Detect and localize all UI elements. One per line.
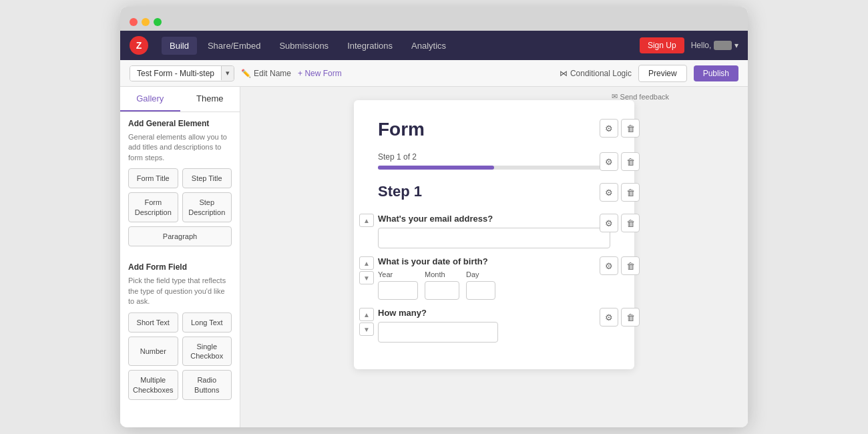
email-field-label: What's your email address?: [378, 214, 610, 224]
settings-btn-form-title[interactable]: ⚙: [600, 119, 618, 138]
top-navigation: Z Build Share/Embed Submissions Integrat…: [120, 31, 748, 60]
form-title-section: Form ⚙ 🗑: [378, 119, 610, 140]
settings-btn-howmany[interactable]: ⚙: [600, 308, 618, 327]
btn-multiple-checkboxes[interactable]: Multiple Checkboxes: [128, 370, 178, 400]
tab-theme[interactable]: Theme: [180, 87, 240, 112]
form-card: Form ⚙ 🗑 Step 1 of 2 ⚙ 🗑: [354, 100, 634, 369]
dob-move-down[interactable]: ▼: [359, 271, 374, 284]
dropdown-arrow[interactable]: ▾: [734, 41, 738, 50]
year-input[interactable]: [378, 281, 418, 300]
delete-btn-dob[interactable]: 🗑: [621, 256, 640, 275]
gallery-theme-tabs: Gallery Theme: [120, 87, 240, 112]
email-field-row: What's your email address? ▲ ⚙ 🗑: [378, 214, 610, 248]
howmany-field-label: How many?: [378, 308, 610, 318]
howmany-field-input[interactable]: [378, 322, 498, 343]
year-col: Year: [378, 270, 418, 300]
settings-btn-email[interactable]: ⚙: [600, 214, 618, 232]
date-fields: Year Month Day: [378, 270, 610, 300]
browser-dot-close[interactable]: [130, 18, 138, 26]
progress-bar: [378, 166, 610, 170]
step-title-actions: ⚙ 🗑: [600, 183, 640, 202]
signup-button[interactable]: Sign Up: [640, 37, 684, 53]
delete-btn-step-indicator[interactable]: 🗑: [621, 152, 640, 171]
general-section-title: Add General Element: [128, 119, 232, 128]
btn-number[interactable]: Number: [128, 337, 178, 367]
delete-btn-howmany[interactable]: 🗑: [621, 308, 640, 327]
year-label: Year: [378, 270, 418, 278]
browser-dot-fullscreen[interactable]: [154, 18, 162, 26]
delete-btn-form-title[interactable]: 🗑: [621, 119, 640, 138]
settings-btn-step-indicator[interactable]: ⚙: [600, 152, 618, 171]
howmany-field-row: How many? ▲ ▼ ⚙ 🗑: [378, 308, 610, 343]
step-indicator: Step 1 of 2: [378, 152, 610, 162]
preview-button[interactable]: Preview: [638, 65, 687, 82]
delete-btn-step-title[interactable]: 🗑: [621, 183, 640, 202]
btn-long-text[interactable]: Long Text: [182, 312, 232, 333]
howmany-move-down[interactable]: ▼: [359, 322, 374, 336]
logic-icon: ⋈: [560, 69, 568, 78]
browser-chrome: [120, 7, 748, 31]
form-selector-name: Test Form - Multi-step: [130, 66, 221, 81]
edit-name-label: Edit Name: [254, 69, 291, 78]
nav-item-analytics[interactable]: Analytics: [403, 37, 454, 55]
toolbar: Test Form - Multi-step ▾ ✏️ Edit Name + …: [120, 60, 748, 87]
email-field-input[interactable]: [378, 228, 610, 248]
month-label: Month: [425, 270, 459, 278]
btn-step-title[interactable]: Step Title: [182, 168, 232, 188]
dob-field-row: What is your date of birth? Year Month D…: [378, 256, 610, 300]
conditional-logic-label: Conditional Logic: [570, 69, 632, 78]
delete-btn-email[interactable]: 🗑: [621, 214, 640, 232]
btn-short-text[interactable]: Short Text: [128, 312, 178, 333]
canvas-area: ✉ Send feedback Form ⚙ 🗑 Step 1 of 2: [240, 87, 748, 427]
form-title-actions: ⚙ 🗑: [600, 119, 640, 138]
browser-dot-minimize[interactable]: [142, 18, 150, 26]
email-move-up[interactable]: ▲: [359, 214, 374, 227]
hello-username: [714, 41, 732, 50]
month-input[interactable]: [425, 281, 459, 300]
day-col: Day: [466, 270, 495, 300]
browser-window: Z Build Share/Embed Submissions Integrat…: [120, 7, 748, 427]
new-form-link[interactable]: + New Form: [298, 69, 342, 78]
form-selector[interactable]: Test Form - Multi-step ▾: [130, 65, 234, 81]
day-input[interactable]: [466, 281, 495, 300]
publish-button[interactable]: Publish: [694, 65, 738, 81]
sidebar: Gallery Theme Add General Element Genera…: [120, 87, 240, 427]
logo: Z: [130, 36, 148, 55]
step-title: Step 1: [378, 183, 610, 200]
nav-item-build[interactable]: Build: [162, 37, 197, 55]
form-field-title: Add Form Field: [128, 262, 232, 272]
general-buttons-grid: Form Title Step Title Form Description S…: [128, 168, 232, 246]
dob-field-label: What is your date of birth?: [378, 256, 610, 266]
howmany-field-actions: ⚙ 🗑: [600, 308, 640, 327]
nav-item-submissions[interactable]: Submissions: [271, 37, 337, 55]
nav-right: Sign Up Hello, ▾: [640, 37, 738, 53]
hello-text: Hello, ▾: [691, 41, 738, 50]
main-area: Gallery Theme Add General Element Genera…: [120, 87, 748, 427]
edit-name-link[interactable]: ✏️ Edit Name: [241, 69, 291, 78]
nav-item-share[interactable]: Share/Embed: [200, 37, 269, 55]
settings-btn-step-title[interactable]: ⚙: [600, 183, 618, 202]
new-form-label: + New Form: [298, 69, 342, 78]
feedback-label: Send feedback: [620, 93, 669, 101]
btn-single-checkbox[interactable]: Single Checkbox: [182, 337, 232, 367]
nav-items: Build Share/Embed Submissions Integratio…: [162, 37, 626, 55]
btn-paragraph[interactable]: Paragraph: [128, 226, 232, 246]
btn-form-description[interactable]: Form Description: [128, 192, 178, 222]
email-field-actions: ⚙ 🗑: [600, 214, 640, 232]
howmany-move-up[interactable]: ▲: [359, 308, 374, 321]
dob-move-up[interactable]: ▲: [359, 256, 374, 270]
hello-prefix: Hello,: [691, 41, 712, 50]
btn-radio-buttons[interactable]: Radio Buttons: [182, 370, 232, 400]
nav-item-integrations[interactable]: Integrations: [339, 37, 401, 55]
btn-form-title[interactable]: Form Title: [128, 168, 178, 188]
general-section-desc: General elements allow you to add titles…: [128, 132, 232, 163]
tab-gallery[interactable]: Gallery: [120, 87, 180, 112]
email-move-controls: ▲: [359, 214, 374, 227]
form-selector-arrow[interactable]: ▾: [221, 66, 234, 80]
progress-bar-fill: [378, 166, 494, 170]
step-title-section: Step 1 ⚙ 🗑: [378, 183, 610, 200]
btn-step-description[interactable]: Step Description: [182, 192, 232, 222]
form-title: Form: [378, 119, 610, 140]
conditional-logic-link[interactable]: ⋈ Conditional Logic: [560, 69, 632, 78]
settings-btn-dob[interactable]: ⚙: [600, 256, 618, 275]
